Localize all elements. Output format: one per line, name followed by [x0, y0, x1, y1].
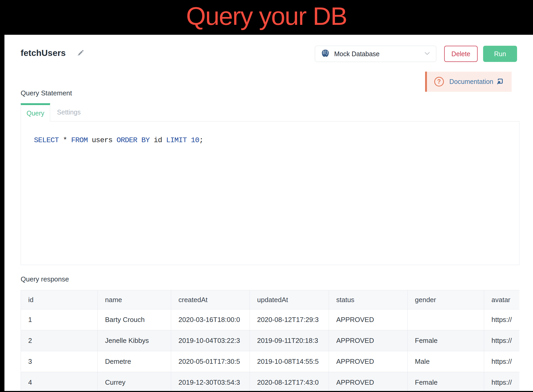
table-cell: Jenelle Kibbys: [98, 330, 171, 351]
table-cell: Male: [408, 351, 484, 372]
response-table: idnamecreatedAtupdatedAtstatusgenderavat…: [21, 290, 519, 391]
sql-token: FROM: [71, 136, 88, 144]
query-actions: Mock Database Delete Run: [315, 46, 517, 62]
column-header-gender: gender: [408, 290, 484, 309]
sql-token: id: [150, 136, 166, 144]
table-cell: https://: [484, 330, 520, 351]
doc-accent-bar: [425, 72, 427, 92]
table-cell: 2019-09-11T20:18:3: [250, 330, 329, 351]
page-banner: Query your DB: [0, 0, 533, 35]
response-section-label: Query response: [21, 275, 519, 283]
sql-token: [187, 136, 191, 144]
table-cell: 2020-08-12T17:29:3: [250, 309, 329, 330]
table-cell: Currey: [98, 372, 171, 391]
column-header-name: name: [98, 290, 171, 309]
table-cell: 2019-10-08T14:55:5: [250, 351, 329, 372]
banner-title: Query your DB: [0, 0, 533, 32]
tab-settings[interactable]: Settings: [50, 103, 88, 121]
table-row: 3Demetre2020-05-01T17:30:52019-10-08T14:…: [21, 351, 520, 372]
sql-token: [67, 136, 71, 144]
column-header-avatar: avatar: [484, 290, 520, 309]
app-window: fetchUsers Mock Data: [4, 35, 533, 391]
column-header-status: status: [329, 290, 408, 309]
sql-editor[interactable]: SELECT * FROM users ORDER BY id LIMIT 10…: [21, 121, 519, 265]
table-cell: 2020-05-01T17:30:5: [171, 351, 250, 372]
sql-token: 10: [191, 136, 199, 144]
sql-token: LIMIT: [166, 136, 187, 144]
external-doc-icon: [497, 78, 504, 86]
table-cell: Female: [408, 372, 484, 391]
query-tabs: QuerySettings: [21, 103, 519, 121]
table-cell: 2019-10-04T03:22:3: [171, 330, 250, 351]
table-cell: Barty Crouch: [98, 309, 171, 330]
table-header-row: idnamecreatedAtupdatedAtstatusgenderavat…: [21, 290, 520, 309]
run-button[interactable]: Run: [483, 46, 517, 62]
table-body: 1Barty Crouch2020-03-16T18:00:02020-08-1…: [21, 309, 520, 391]
column-header-id: id: [21, 290, 98, 309]
doc-label: Documentation: [449, 78, 493, 85]
pencil-icon: [77, 54, 84, 57]
table-cell: 2020-08-12T17:43:0: [250, 372, 329, 391]
table-cell: 2020-03-16T18:00:0: [171, 309, 250, 330]
table-row: 4Currey2019-12-30T03:54:32020-08-12T17:4…: [21, 372, 520, 391]
datasource-label: Mock Database: [334, 50, 424, 58]
edit-name-button[interactable]: [77, 49, 84, 57]
column-header-createdAt: createdAt: [171, 290, 250, 309]
table-cell: 1: [21, 309, 98, 330]
table-cell: 4: [21, 372, 98, 391]
chevron-down-icon: [424, 50, 431, 58]
table-cell: https://: [484, 351, 520, 372]
table-cell: APPROVED: [329, 330, 408, 351]
sql-token: users: [88, 136, 117, 144]
sql-token: *: [63, 136, 67, 144]
response-table-container[interactable]: idnamecreatedAtupdatedAtstatusgenderavat…: [21, 290, 519, 391]
datasource-select[interactable]: Mock Database: [315, 46, 436, 62]
table-row: 2Jenelle Kibbys2019-10-04T03:22:32019-09…: [21, 330, 520, 351]
table-cell: 2: [21, 330, 98, 351]
table-cell: APPROVED: [329, 351, 408, 372]
documentation-link[interactable]: ? Documentation: [425, 72, 512, 92]
postgresql-icon: [321, 49, 329, 59]
table-cell: 3: [21, 351, 98, 372]
delete-button[interactable]: Delete: [444, 46, 478, 62]
table-cell: Demetre: [98, 351, 171, 372]
table-cell: [408, 309, 484, 330]
sql-token: ;: [199, 136, 203, 144]
table-cell: APPROVED: [329, 372, 408, 391]
sql-token: [59, 136, 63, 144]
sql-token: SELECT: [34, 136, 59, 144]
help-icon[interactable]: ?: [434, 77, 444, 87]
query-name: fetchUsers: [21, 48, 66, 58]
table-cell: https://: [484, 309, 520, 330]
table-cell: Female: [408, 330, 484, 351]
table-cell: 2019-12-30T03:54:3: [171, 372, 250, 391]
table-row: 1Barty Crouch2020-03-16T18:00:02020-08-1…: [21, 309, 520, 330]
sql-line: SELECT * FROM users ORDER BY id LIMIT 10…: [34, 136, 514, 145]
table-cell: https://: [484, 372, 520, 391]
tab-query[interactable]: Query: [21, 103, 50, 122]
table-cell: APPROVED: [329, 309, 408, 330]
sql-token: ORDER BY: [117, 136, 149, 144]
doc-inner: ? Documentation: [427, 72, 512, 92]
column-header-updatedAt: updatedAt: [250, 290, 329, 309]
